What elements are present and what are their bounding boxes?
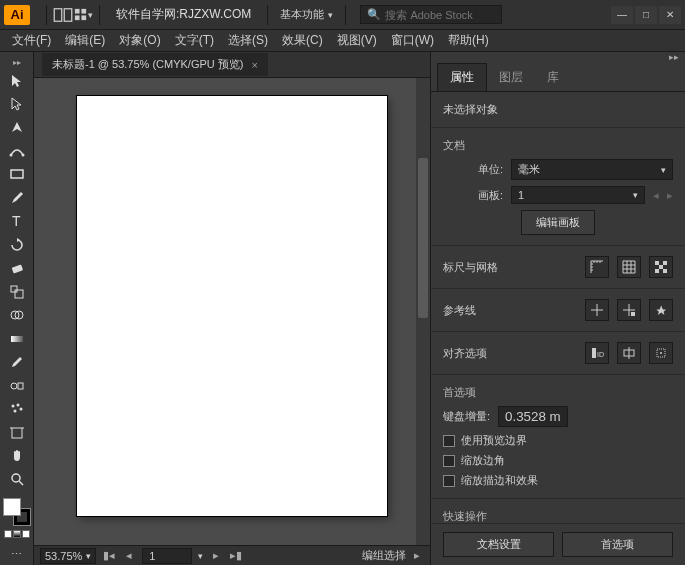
quick-ops-title: 快速操作	[443, 509, 673, 523]
menu-file[interactable]: 文件(F)	[6, 30, 57, 51]
guides-lock-icon[interactable]	[617, 299, 641, 321]
prev-artboard-icon: ◂	[653, 189, 659, 202]
direct-selection-tool[interactable]	[4, 93, 30, 114]
document-tab[interactable]: 未标题-1 @ 53.75% (CMYK/GPU 预览) ×	[42, 53, 268, 76]
tab-properties[interactable]: 属性	[437, 63, 487, 91]
none-mode-icon[interactable]	[22, 530, 30, 538]
menu-type[interactable]: 文字(T)	[169, 30, 220, 51]
search-stock[interactable]: 🔍	[360, 5, 502, 24]
eyedropper-tool[interactable]	[4, 351, 30, 372]
svg-rect-10	[11, 265, 22, 274]
document-title: 未标题-1 @ 53.75% (CMYK/GPU 预览)	[52, 57, 243, 72]
zoom-selector[interactable]: 53.75% ▾	[40, 548, 96, 564]
artboard-tool[interactable]	[4, 422, 30, 443]
last-artboard-button[interactable]: ▸▮	[229, 549, 243, 563]
tab-libraries[interactable]: 库	[535, 64, 571, 91]
minimize-button[interactable]: —	[611, 6, 633, 24]
menu-object[interactable]: 对象(O)	[113, 30, 166, 51]
search-input[interactable]	[385, 9, 495, 21]
gradient-mode-icon[interactable]	[13, 530, 21, 538]
unit-label: 单位:	[443, 162, 503, 177]
preferences-button[interactable]: 首选项	[562, 532, 673, 557]
hand-tool[interactable]	[4, 445, 30, 466]
canvas[interactable]	[34, 78, 430, 545]
svg-rect-11	[11, 286, 17, 292]
menu-select[interactable]: 选择(S)	[222, 30, 274, 51]
svg-text:ID: ID	[597, 351, 604, 358]
menu-window[interactable]: 窗口(W)	[385, 30, 440, 51]
artboard-select[interactable]: 1▾	[511, 186, 645, 204]
snap-grid-icon[interactable]	[649, 342, 673, 364]
svg-rect-2	[75, 9, 80, 14]
artboard[interactable]	[77, 96, 387, 516]
workspace-selector[interactable]: 基本功能 ▾	[274, 5, 339, 24]
menu-view[interactable]: 视图(V)	[331, 30, 383, 51]
svg-point-42	[660, 352, 662, 354]
rectangle-tool[interactable]	[4, 164, 30, 185]
pen-tool[interactable]	[4, 117, 30, 138]
keyboard-increment-label: 键盘增量:	[443, 409, 490, 424]
fill-swatch[interactable]	[3, 498, 21, 516]
curvature-tool[interactable]	[4, 140, 30, 161]
keyboard-increment-input[interactable]	[498, 406, 568, 427]
properties-panel: ▸▸ 属性 图层 库 未选择对象 文档 单位: 毫米▾ 画板: 1▾ ◂ ▸	[430, 52, 685, 565]
artboard-label: 画板:	[443, 188, 503, 203]
bridge-icon[interactable]	[53, 5, 73, 25]
tools-panel: ▸▸ T ⋯	[0, 52, 34, 565]
artboard-number-input[interactable]: 1	[142, 548, 192, 564]
blend-tool[interactable]	[4, 375, 30, 396]
eraser-tool[interactable]	[4, 258, 30, 279]
menu-help[interactable]: 帮助(H)	[442, 30, 495, 51]
next-artboard-button[interactable]: ▸	[209, 549, 223, 563]
close-button[interactable]: ✕	[659, 6, 681, 24]
svg-rect-36	[631, 312, 635, 316]
smart-guides-icon[interactable]	[649, 299, 673, 321]
type-tool[interactable]: T	[4, 211, 30, 232]
document-settings-button[interactable]: 文档设置	[443, 532, 554, 557]
transparency-grid-icon[interactable]	[649, 256, 673, 278]
gradient-tool[interactable]	[4, 328, 30, 349]
menubar: 文件(F) 编辑(E) 对象(O) 文字(T) 选择(S) 效果(C) 视图(V…	[0, 30, 685, 52]
snap-pixel-icon[interactable]: ID	[585, 342, 609, 364]
snap-point-icon[interactable]	[617, 342, 641, 364]
close-tab-icon[interactable]: ×	[251, 59, 257, 71]
rotate-tool[interactable]	[4, 234, 30, 255]
grid-icon[interactable]	[617, 256, 641, 278]
toolbar-toggle[interactable]: ▸▸	[0, 58, 33, 68]
tab-layers[interactable]: 图层	[487, 64, 535, 91]
edit-toolbar[interactable]: ⋯	[4, 544, 30, 565]
first-artboard-button[interactable]: ▮◂	[102, 549, 116, 563]
align-options-label: 对齐选项	[443, 346, 577, 361]
arrange-icon[interactable]: ▾	[73, 5, 93, 25]
fill-stroke-swatches[interactable]	[3, 498, 31, 525]
ruler-icon[interactable]	[585, 256, 609, 278]
menu-edit[interactable]: 编辑(E)	[59, 30, 111, 51]
zoom-tool[interactable]	[4, 469, 30, 490]
guides-toggle-icon[interactable]	[585, 299, 609, 321]
scale-tool[interactable]	[4, 281, 30, 302]
svg-point-20	[19, 408, 22, 411]
prev-artboard-button[interactable]: ◂	[122, 549, 136, 563]
scale-corners-checkbox[interactable]	[443, 455, 455, 467]
status-menu-icon[interactable]: ▸	[410, 549, 424, 563]
edit-artboard-button[interactable]: 编辑画板	[521, 210, 595, 235]
svg-rect-37	[592, 348, 596, 358]
selection-tool[interactable]	[4, 70, 30, 91]
preview-bounds-checkbox[interactable]	[443, 435, 455, 447]
svg-point-7	[21, 153, 24, 156]
vertical-scrollbar[interactable]	[416, 78, 430, 545]
svg-rect-4	[75, 15, 80, 20]
app-logo: Ai	[4, 5, 30, 25]
svg-point-25	[12, 474, 20, 482]
paintbrush-tool[interactable]	[4, 187, 30, 208]
document-tabs: 未标题-1 @ 53.75% (CMYK/GPU 预览) ×	[34, 52, 430, 78]
menu-effect[interactable]: 效果(C)	[276, 30, 329, 51]
svg-rect-5	[81, 15, 86, 20]
scale-strokes-checkbox[interactable]	[443, 475, 455, 487]
symbol-sprayer-tool[interactable]	[4, 398, 30, 419]
svg-point-18	[11, 405, 14, 408]
unit-select[interactable]: 毫米▾	[511, 159, 673, 180]
color-mode-icon[interactable]	[4, 530, 12, 538]
shape-builder-tool[interactable]	[4, 304, 30, 325]
maximize-button[interactable]: □	[635, 6, 657, 24]
